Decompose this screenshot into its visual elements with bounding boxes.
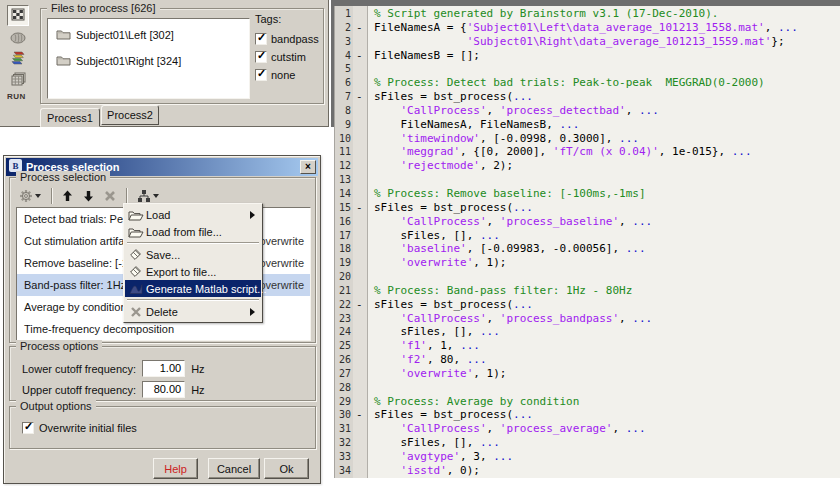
- line-number: 28: [334, 381, 351, 395]
- files-to-process-panel: RUN Files to process [626] Subject01\Lef…: [0, 0, 329, 127]
- remove-process-button[interactable]: [101, 188, 119, 204]
- code-text: sFiles, [], ...: [374, 436, 500, 450]
- files-list[interactable]: Subject01\Left [302]Subject01\Right [324…: [47, 18, 250, 99]
- code-text: 'isstd', 0);: [374, 464, 480, 478]
- menu-item-delete[interactable]: Delete: [125, 303, 261, 320]
- executable-dash: -: [356, 298, 363, 312]
- line-number: 2: [334, 21, 351, 35]
- code-line: 14% Process: Remove baseline: [-100ms,-1…: [331, 187, 840, 201]
- pipeline-menu-button[interactable]: [134, 187, 162, 205]
- file-list-item[interactable]: Subject01\Right [324]: [48, 51, 249, 71]
- submenu-arrow-icon: [250, 308, 255, 316]
- menu-item-save[interactable]: Save...: [125, 246, 261, 263]
- sidebar-button-colormap[interactable]: [7, 49, 29, 70]
- code-line: 4-FileNamesB = [];: [331, 49, 840, 63]
- lower-cutoff-input[interactable]: 1.00: [142, 360, 185, 377]
- check-mark: ✓: [257, 67, 266, 80]
- tag-checkbox-row: ✓cutstim: [255, 48, 323, 66]
- line-number: 21: [334, 284, 351, 298]
- ok-button[interactable]: Ok: [264, 458, 309, 479]
- close-icon[interactable]: ×: [300, 160, 316, 174]
- code-text: sFiles, [], ...: [374, 325, 500, 339]
- file-item-label: Subject01\Right [324]: [76, 55, 181, 67]
- code-line: 25 'f1', 1, ...: [331, 339, 840, 353]
- move-up-button[interactable]: [59, 188, 76, 204]
- line-number: 9: [334, 118, 351, 132]
- screen: RUN Files to process [626] Subject01\Lef…: [0, 0, 840, 486]
- code-text: FileNamesA = {'Subject01\Left\data_avera…: [374, 21, 798, 35]
- line-number: 17: [334, 229, 351, 243]
- tag-checkbox-cutstim[interactable]: ✓: [255, 51, 267, 63]
- code-text: % Process: Remove baseline: [-100ms,-1ms…: [374, 187, 646, 201]
- arrow-up-icon: [62, 190, 73, 202]
- tags-box: Tags: ✓bandpass✓cutstim✓none: [255, 13, 323, 84]
- code-text: 'f1', 1, ...: [374, 339, 480, 353]
- tab-process1[interactable]: Process1: [40, 108, 100, 127]
- menu-item-generate-matlab-script[interactable]: Generate Matlab script...: [125, 280, 261, 297]
- process-options-button[interactable]: [16, 187, 44, 205]
- code-line: 22-sFiles = bst_process(...: [331, 298, 840, 312]
- line-number: 34: [334, 464, 351, 478]
- code-line: 17 sFiles, [], ...: [331, 229, 840, 243]
- check-mark: ✓: [24, 420, 33, 433]
- dialog-buttons: HelpCancelOk: [4, 458, 320, 480]
- tag-checkbox-bandpass[interactable]: ✓: [255, 33, 267, 45]
- overwrite-checkbox[interactable]: ✓: [22, 422, 34, 434]
- svg-text:B: B: [12, 161, 18, 171]
- line-number: 11: [334, 145, 351, 159]
- field-unit: Hz: [191, 384, 204, 396]
- code-text: sFiles = bst_process(...: [374, 408, 533, 422]
- code-line: 27 'overwrite', 1);: [331, 367, 840, 381]
- code-text: sFiles = bst_process(...: [374, 298, 533, 312]
- frequency-field-row: Lower cutoff frequency:1.00Hz: [22, 360, 205, 377]
- field-unit: Hz: [191, 363, 204, 375]
- sidebar-button-layers[interactable]: [7, 70, 29, 91]
- menu-item-export-to-file[interactable]: Export to file...: [125, 263, 261, 280]
- menu-separator: [127, 242, 259, 244]
- line-number: 13: [334, 173, 351, 187]
- tag-checkbox-none[interactable]: ✓: [255, 69, 267, 81]
- code-line: 7-sFiles = bst_process(...: [331, 90, 840, 104]
- x-icon: [104, 190, 116, 202]
- sidebar-button-filter[interactable]: [7, 5, 29, 26]
- process-options-group: Process options Lower cutoff frequency:1…: [9, 346, 316, 401]
- sidebar-button-brain[interactable]: [7, 28, 29, 49]
- pipeline-icon: [137, 189, 151, 203]
- tag-checkbox-row: ✓bandpass: [255, 30, 323, 48]
- line-number: 24: [334, 325, 351, 339]
- gear-icon: [19, 189, 33, 203]
- tag-label: none: [271, 69, 295, 81]
- save-icon: [125, 248, 146, 261]
- move-down-button[interactable]: [80, 188, 97, 204]
- line-number: 5: [334, 62, 351, 76]
- code-text: sFiles, [], ...: [374, 229, 500, 243]
- upper-cutoff-input[interactable]: 80.00: [142, 381, 185, 398]
- file-list-item[interactable]: Subject01\Left [302]: [48, 25, 249, 45]
- code-line: 13: [331, 173, 840, 187]
- code-line: 29% Process: Average by condition: [331, 395, 840, 409]
- code-line: 1% Script generated by Brainstorm v3.1 (…: [331, 7, 840, 21]
- menu-item-label: Load from file...: [146, 226, 257, 238]
- help-button[interactable]: Help: [153, 458, 198, 479]
- executable-dash: -: [356, 408, 363, 422]
- menu-item-label: Generate Matlab script...: [146, 283, 266, 295]
- field-label: Lower cutoff frequency:: [22, 363, 136, 375]
- brain-icon: [10, 30, 26, 48]
- run-button[interactable]: RUN: [7, 92, 31, 101]
- line-number: 10: [334, 132, 351, 146]
- line-number: 33: [334, 450, 351, 464]
- code-line: 28: [331, 381, 840, 395]
- menu-item-label: Export to file...: [146, 266, 257, 278]
- frequency-field-row: Upper cutoff frequency:80.00Hz: [22, 381, 205, 398]
- code-text: 'CallProcess', 'process_detectbad', ...: [374, 104, 659, 118]
- menu-item-load-from-file[interactable]: Load from file...: [125, 223, 261, 240]
- menu-item-load[interactable]: Load: [125, 206, 261, 223]
- code-text: FileNamesA, FileNamesB, ...: [374, 118, 579, 132]
- code-text: 'meggrad', {[0, 2000], 'fT/cm (x 0.04)',…: [374, 145, 752, 159]
- code-line: 6% Process: Detect bad trials: Peak-to-p…: [331, 76, 840, 90]
- tag-label: bandpass: [271, 33, 319, 45]
- tab-process2[interactable]: Process2: [101, 105, 159, 125]
- code-text: 'timewindow', [-0.0998, 0.3000], ...: [374, 132, 639, 146]
- code-line: 18 'baseline', [-0.09983, -0.00056], ...: [331, 242, 840, 256]
- cancel-button[interactable]: Cancel: [208, 458, 260, 479]
